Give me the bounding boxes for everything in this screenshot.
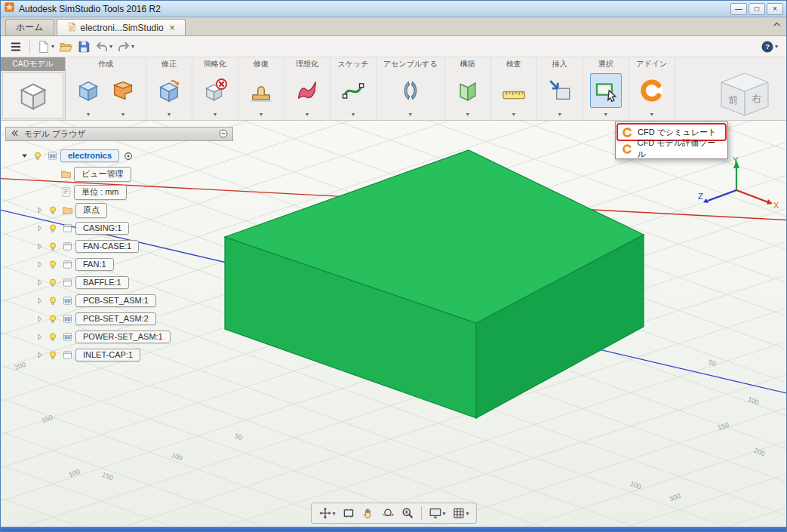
visibility-bulb-icon[interactable] (45, 350, 60, 361)
nav-grid-button[interactable]: ▾ (450, 505, 472, 521)
visibility-bulb-icon[interactable] (45, 278, 60, 288)
menu-item[interactable]: CFD モデル評価ツール (617, 140, 726, 157)
help-button[interactable]: ?▾ (758, 38, 780, 56)
view-cube[interactable]: 前 右 (712, 66, 779, 126)
ribbon-dropdown-caret-icon[interactable]: ▾ (590, 110, 622, 120)
tree-row[interactable]: PCB-SET_ASM:2 (34, 311, 233, 327)
expand-arrow-icon[interactable] (34, 296, 45, 306)
expand-arrow-icon[interactable] (34, 314, 45, 324)
tab-document[interactable]: electroni...SimStudio × (57, 19, 186, 35)
tree-item-label[interactable]: 原点 (75, 203, 107, 218)
new-doc-button[interactable]: ▾ (35, 38, 57, 56)
expand-arrow-icon[interactable] (34, 260, 45, 269)
tree-item-label[interactable]: POWER-SET_ASM:1 (75, 331, 171, 343)
viewcube-right-label[interactable]: 右 (752, 93, 761, 104)
visibility-bulb-icon[interactable] (45, 260, 60, 270)
ribbon-dropdown-caret-icon[interactable]: ▾ (245, 110, 277, 120)
sketch-button[interactable] (337, 73, 369, 108)
cfd-button[interactable] (636, 73, 668, 108)
ribbon-dropdown-caret-icon[interactable]: ▾ (452, 110, 484, 120)
idealize-button[interactable] (291, 73, 323, 108)
ribbon-dropdown-caret-icon[interactable]: ▾ (72, 110, 104, 120)
tree-row[interactable]: INLET-CAP:1 (34, 347, 233, 363)
chevron-up-icon[interactable] (772, 19, 782, 32)
nav-fit-button[interactable] (339, 505, 357, 521)
ribbon-dropdown-caret-icon[interactable]: ▾ (498, 110, 530, 120)
nav-hand-button[interactable] (358, 505, 377, 521)
nav-pan-button[interactable]: ▾ (315, 505, 337, 521)
repair-button[interactable] (245, 73, 277, 108)
visibility-bulb-icon[interactable] (45, 314, 60, 324)
cad-model-panel[interactable]: CADモデル (1, 57, 66, 120)
tree-row[interactable]: FAN:1 (34, 257, 233, 272)
tree-item-label[interactable]: FAN-CASE:1 (75, 240, 139, 253)
ribbon-dropdown-caret-icon[interactable]: ▾ (107, 110, 139, 120)
minimize-button[interactable]: — (730, 3, 747, 15)
tree-item-label[interactable]: PCB-SET_ASM:2 (75, 312, 156, 325)
hamburger-button[interactable] (7, 38, 25, 56)
ribbon-dropdown-caret-icon[interactable]: ▾ (395, 110, 426, 120)
tree-item-label[interactable]: ビュー管理 (74, 167, 131, 182)
nav-zoom-button[interactable] (398, 505, 416, 521)
nav-display-button[interactable]: ▾ (426, 505, 447, 521)
tree-row[interactable]: FAN-CASE:1 (34, 238, 233, 254)
visibility-bulb-icon[interactable] (45, 223, 60, 234)
expand-arrow-icon[interactable] (34, 205, 45, 215)
tree-item-label[interactable]: CASING:1 (75, 222, 129, 235)
tree-row[interactable]: 単位 : mm (58, 184, 233, 200)
nav-orbit-button[interactable] (378, 505, 396, 521)
expand-arrow-icon[interactable] (34, 223, 45, 233)
ribbon-dropdown-caret-icon[interactable]: ▾ (337, 110, 369, 120)
tree-item-label[interactable]: 単位 : mm (74, 185, 127, 200)
tab-home[interactable]: ホーム (5, 19, 54, 35)
tree-row[interactable]: 原点 (34, 202, 233, 218)
tree-row[interactable]: electronics (19, 148, 233, 164)
tree-row[interactable]: PCB-SET_ASM:1 (34, 293, 233, 309)
redo-button[interactable]: ▾ (115, 38, 137, 56)
tree-row[interactable]: BAFFLE:1 (34, 275, 233, 291)
tab-close-icon[interactable]: × (170, 23, 175, 33)
insert-button[interactable] (544, 73, 576, 108)
tree-row[interactable]: POWER-SET_ASM:1 (34, 329, 233, 345)
tree-row[interactable]: CASING:1 (34, 220, 233, 236)
visibility-bulb-icon[interactable] (45, 332, 60, 343)
expand-arrow-icon[interactable] (34, 278, 45, 288)
visibility-bulb-icon[interactable] (30, 151, 45, 161)
expand-arrow-icon[interactable] (34, 241, 45, 251)
select-button[interactable] (590, 73, 622, 108)
tree-item-label[interactable]: FAN:1 (75, 258, 114, 271)
open-folder-button[interactable] (57, 38, 75, 56)
tree-item-label[interactable]: INLET-CAP:1 (75, 349, 140, 361)
ribbon-dropdown-caret-icon[interactable]: ▾ (544, 110, 576, 120)
collapse-panel-icon[interactable] (10, 128, 20, 140)
visibility-bulb-icon[interactable] (45, 296, 60, 306)
maximize-button[interactable]: □ (749, 3, 765, 15)
ground-target-icon[interactable] (123, 151, 134, 161)
cad-model-cube-icon[interactable] (2, 72, 63, 118)
ribbon-dropdown-caret-icon[interactable]: ▾ (291, 110, 323, 120)
visibility-bulb-icon[interactable] (45, 205, 60, 216)
cube-blue-button[interactable] (72, 73, 104, 108)
ribbon-dropdown-caret-icon[interactable]: ▾ (199, 110, 231, 120)
ribbon-dropdown-caret-icon[interactable]: ▾ (153, 110, 185, 120)
save-button[interactable] (75, 38, 93, 56)
expand-arrow-icon[interactable] (34, 350, 45, 360)
modify-blue-button[interactable] (153, 73, 185, 108)
viewcube-front-label[interactable]: 前 (728, 94, 738, 106)
viewport-3d[interactable]: 2001501001501005050100150200300100 モデル ブ… (1, 121, 786, 527)
assemble-button[interactable] (395, 73, 426, 108)
tree-item-label[interactable]: electronics (60, 149, 119, 162)
expand-arrow-icon[interactable] (34, 332, 45, 342)
construct-button[interactable] (452, 73, 484, 108)
corner-orange-button[interactable] (107, 73, 139, 108)
inspect-button[interactable] (498, 73, 530, 108)
simplify-button[interactable] (199, 73, 231, 108)
tree-item-label[interactable]: PCB-SET_ASM:1 (75, 294, 156, 307)
undo-button[interactable]: ▾ (93, 38, 115, 56)
tree-item-label[interactable]: BAFFLE:1 (75, 276, 129, 289)
minus-circle-icon[interactable] (218, 128, 229, 140)
tree-row[interactable]: ビュー管理 (58, 166, 233, 182)
close-button[interactable]: × (767, 3, 783, 15)
collapse-arrow-icon[interactable] (19, 151, 30, 161)
visibility-bulb-icon[interactable] (45, 241, 60, 252)
